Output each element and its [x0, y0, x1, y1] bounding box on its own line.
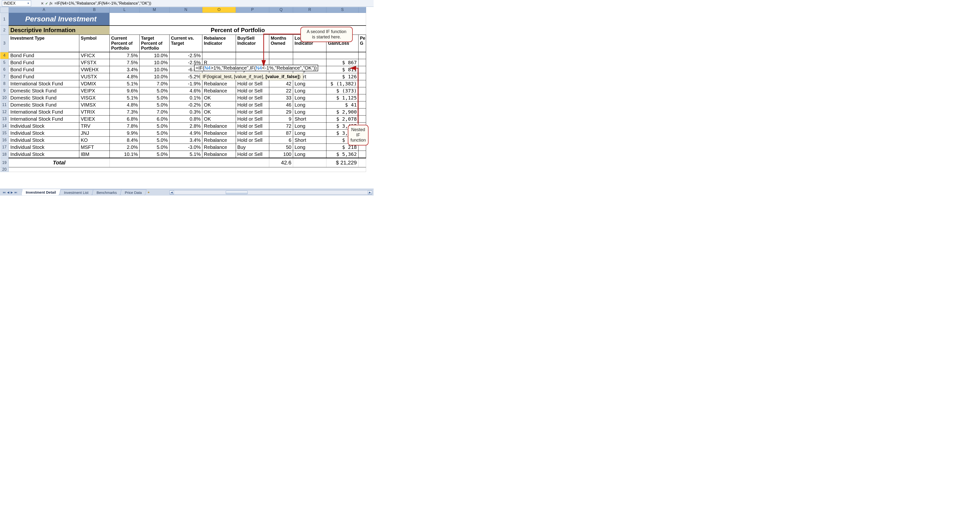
cell-S9[interactable]: $ (373)	[326, 87, 358, 94]
row-hdr-2[interactable]: 2	[0, 25, 9, 35]
cell-L17[interactable]: 2.0%	[110, 144, 139, 151]
cell-B17[interactable]: MSFT	[79, 144, 110, 151]
cell-P14[interactable]: Hold or Sell	[236, 123, 269, 130]
cell-B13[interactable]: VEIEX	[79, 116, 110, 123]
cell-Q14[interactable]: 72	[269, 123, 293, 130]
sheet-tab[interactable]: Benchmarks	[92, 190, 122, 195]
cell-R9[interactable]: Long	[293, 87, 326, 94]
cell-Q4[interactable]	[269, 52, 293, 59]
cell-B6[interactable]: VWEHX	[79, 66, 110, 73]
col-L[interactable]: L	[110, 7, 139, 13]
cell-L12[interactable]: 7.3%	[110, 108, 139, 116]
col-R[interactable]: R	[293, 7, 326, 13]
cell-S12[interactable]: $ 2,900	[326, 108, 358, 116]
col-P[interactable]: P	[236, 7, 269, 13]
cell-A5[interactable]: Bond Fund	[9, 59, 79, 66]
cell-L8[interactable]: 5.1%	[110, 80, 139, 87]
row-hdr-20[interactable]: 20	[0, 167, 9, 172]
cell-L7[interactable]: 4.8%	[110, 73, 139, 80]
row-hdr-19[interactable]: 19	[0, 158, 9, 167]
cell-L16[interactable]: 8.4%	[110, 137, 139, 144]
col-O[interactable]: O	[202, 7, 236, 13]
cell-A15[interactable]: Individual Stock	[9, 130, 79, 137]
cell-N13[interactable]: 0.8%	[169, 116, 202, 123]
cell-R8[interactable]: Long	[293, 80, 326, 87]
row-hdr-8[interactable]: 8	[0, 80, 9, 87]
cell-L14[interactable]: 7.8%	[110, 123, 139, 130]
cell-N10[interactable]: 0.1%	[169, 94, 202, 102]
cell-edit-formula[interactable]: =IF(N4>1%,"Rebalance",IF(N4<-1%,"Rebalan…	[194, 65, 318, 71]
cell-N15[interactable]: 4.9%	[169, 130, 202, 137]
cell-Q15[interactable]: 87	[269, 130, 293, 137]
cell-P13[interactable]: Hold or Sell	[236, 116, 269, 123]
cell-O10[interactable]: OK	[202, 94, 236, 102]
cell-B12[interactable]: VTRIX	[79, 108, 110, 116]
cell-M12[interactable]: 7.0%	[139, 108, 169, 116]
cell-S11[interactable]: $ 41	[326, 102, 358, 108]
cell-L9[interactable]: 9.6%	[110, 87, 139, 94]
cell-S10[interactable]: $ 1,125	[326, 94, 358, 102]
cell-O13[interactable]: OK	[202, 116, 236, 123]
sheet-tab[interactable]: Price Data	[120, 190, 147, 195]
tab-nav-prev[interactable]: ◀	[6, 191, 10, 194]
cell-R18[interactable]: Long	[293, 151, 326, 158]
row-hdr-10[interactable]: 10	[0, 94, 9, 102]
cell-P4[interactable]	[236, 52, 269, 59]
cell-A13[interactable]: International Stock Fund	[9, 116, 79, 123]
col-B[interactable]: B	[79, 7, 110, 13]
cell-O15[interactable]: Rebalance	[202, 130, 236, 137]
cell-L5[interactable]: 7.5%	[110, 59, 139, 66]
cell-R15[interactable]: Long	[293, 130, 326, 137]
cell-B7[interactable]: VUSTX	[79, 73, 110, 80]
cell-P11[interactable]: Hold or Sell	[236, 102, 269, 108]
row-hdr-15[interactable]: 15	[0, 130, 9, 137]
col-S[interactable]: S	[326, 7, 358, 13]
cell-M18[interactable]: 5.0%	[139, 151, 169, 158]
cell-A11[interactable]: Domestic Stock Fund	[9, 102, 79, 108]
cell-O18[interactable]: Rebalance	[202, 151, 236, 158]
cell-P17[interactable]: Buy	[236, 144, 269, 151]
cell-N18[interactable]: 5.1%	[169, 151, 202, 158]
cell-B15[interactable]: JNJ	[79, 130, 110, 137]
cell-A4[interactable]: Bond Fund	[9, 52, 79, 59]
cell-L15[interactable]: 9.9%	[110, 130, 139, 137]
col-T[interactable]	[358, 7, 366, 13]
cell-A9[interactable]: Domestic Stock Fund	[9, 87, 79, 94]
cell-S13[interactable]: $ 2,078	[326, 116, 358, 123]
cell-B4[interactable]: VFICX	[79, 52, 110, 59]
cell-O4[interactable]	[202, 52, 236, 59]
row-hdr-3[interactable]: 3	[0, 35, 9, 52]
cell-B5[interactable]: VFSTX	[79, 59, 110, 66]
cell-S4[interactable]	[326, 52, 358, 59]
cell-O9[interactable]: Rebalance	[202, 87, 236, 94]
tab-nav-first[interactable]: ⏮	[2, 191, 6, 194]
cell-Q17[interactable]: 50	[269, 144, 293, 151]
cell-Q13[interactable]: 9	[269, 116, 293, 123]
cell-M15[interactable]: 5.0%	[139, 130, 169, 137]
scroll-left-arrow[interactable]: ◀	[170, 190, 174, 194]
cell-L4[interactable]: 7.5%	[110, 52, 139, 59]
cell-Q8[interactable]: 42	[269, 80, 293, 87]
cell-B8[interactable]: VDMIX	[79, 80, 110, 87]
formula-input[interactable]: =IF(N4>1%,"Rebalance",IF(N4<-1%,"Rebalan…	[52, 1, 374, 6]
cell-R14[interactable]: Long	[293, 123, 326, 130]
cell-M9[interactable]: 5.0%	[139, 87, 169, 94]
cell-N17[interactable]: -3.0%	[169, 144, 202, 151]
tab-nav-next[interactable]: ▶	[10, 191, 14, 194]
cell-P8[interactable]: Hold or Sell	[236, 80, 269, 87]
cell-O11[interactable]: OK	[202, 102, 236, 108]
cell-S7[interactable]: $ 126	[326, 73, 358, 80]
cell-B14[interactable]: TRV	[79, 123, 110, 130]
cell-O8[interactable]: Rebalance	[202, 80, 236, 87]
cell-M6[interactable]: 10.0%	[139, 66, 169, 73]
cell-R10[interactable]: Long	[293, 94, 326, 102]
cell-A7[interactable]: Bond Fund	[9, 73, 79, 80]
cell-M8[interactable]: 7.0%	[139, 80, 169, 87]
sheet-tab[interactable]: Investment Detail	[21, 189, 61, 195]
cell-B9[interactable]: VEIPX	[79, 87, 110, 94]
col-A[interactable]: A	[9, 7, 79, 13]
cell-M4[interactable]: 10.0%	[139, 52, 169, 59]
cell-P16[interactable]: Hold or Sell	[236, 137, 269, 144]
cell-R12[interactable]: Long	[293, 108, 326, 116]
cell-N7[interactable]: -5.2%	[169, 73, 202, 80]
